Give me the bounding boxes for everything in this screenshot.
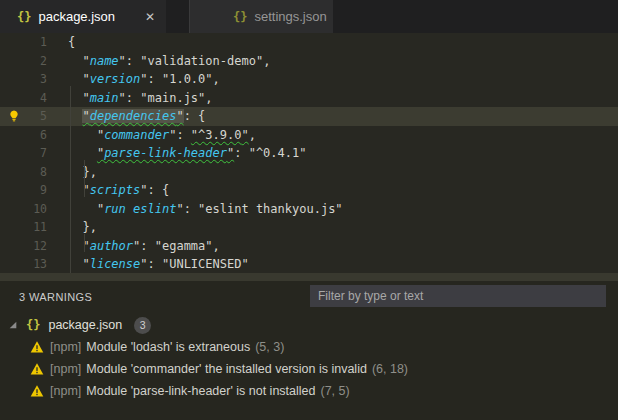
warning-icon xyxy=(30,340,44,354)
problem-row[interactable]: [npm]Module 'commander' the installed ve… xyxy=(0,358,618,380)
code-line-text: "run eslint": "eslint thankyou.js" xyxy=(68,202,343,216)
code-line[interactable]: 7 "parse-link-header": "^0.4.1" xyxy=(0,144,618,163)
warning-icon xyxy=(30,362,44,376)
tab-label: settings.json xyxy=(254,9,326,24)
problem-row[interactable]: [npm]Module 'parse-link-header' is not i… xyxy=(0,380,618,402)
code-line-text: }, xyxy=(68,220,97,234)
code-line[interactable]: 11 }, xyxy=(0,218,618,237)
problem-source: [npm] xyxy=(50,362,81,376)
code-line-text: "commander": "^3.9.0", xyxy=(68,128,256,142)
editor-tab-bar: {} package.json ✕ {} settings.json xyxy=(0,0,618,33)
line-number: 7 xyxy=(40,146,47,160)
code-line-text: }, xyxy=(68,165,97,179)
problem-message: Module 'parse-link-header' is not instal… xyxy=(86,384,315,398)
problems-tree: {} package.json 3 [npm]Module 'lodash' i… xyxy=(0,314,618,402)
expand-twisty-icon[interactable] xyxy=(8,320,18,330)
line-number: 11 xyxy=(33,220,47,234)
problem-location: (7, 5) xyxy=(320,384,349,398)
tab-package-json[interactable]: {} package.json ✕ xyxy=(0,0,166,33)
code-line[interactable]: 1{ xyxy=(0,33,618,52)
code-line-text: "author": "egamma", xyxy=(68,239,220,253)
code-line[interactable]: 2 "name": "validation-demo", xyxy=(0,52,618,71)
line-number: 4 xyxy=(40,91,47,105)
code-line-text: "license": "UNLICENSED" xyxy=(68,257,249,271)
indent-guide xyxy=(84,160,85,197)
code-line[interactable]: 9 "scripts": { xyxy=(0,181,618,200)
problems-panel: 3 WARNINGS {} package.json 3 [npm]Module… xyxy=(0,281,618,420)
line-number: 6 xyxy=(40,128,47,142)
line-number: 9 xyxy=(40,183,47,197)
problems-file-name: package.json xyxy=(48,318,122,332)
problem-message: Module 'lodash' is extraneous xyxy=(86,340,250,354)
warning-icon xyxy=(30,384,44,398)
tab-label: package.json xyxy=(38,9,115,24)
tab-close-icon[interactable]: ✕ xyxy=(143,9,157,25)
problem-location: (5, 3) xyxy=(255,340,284,354)
line-number: 10 xyxy=(33,202,47,216)
problems-file-group-row[interactable]: {} package.json 3 xyxy=(0,314,618,336)
code-line[interactable]: 12 "author": "egamma", xyxy=(0,237,618,256)
json-braces-icon: {} xyxy=(26,318,40,332)
vscode-window: {} package.json ✕ {} settings.json 1{2 "… xyxy=(0,0,618,420)
line-number: 5 xyxy=(40,109,47,123)
problems-filter-input[interactable] xyxy=(310,285,606,307)
code-editor[interactable]: 1{2 "name": "validation-demo",3 "version… xyxy=(0,33,618,273)
problem-message: Module 'commander' the installed version… xyxy=(86,362,367,376)
code-line-text: { xyxy=(68,35,75,49)
code-line[interactable]: 3 "version": "1.0.0", xyxy=(0,70,618,89)
line-number: 8 xyxy=(40,165,47,179)
problem-location: (6, 18) xyxy=(372,362,408,376)
code-line[interactable]: 13 "license": "UNLICENSED" xyxy=(0,255,618,273)
line-number: 13 xyxy=(33,257,47,271)
code-line[interactable]: 4 "main": "main.js", xyxy=(0,89,618,108)
code-line[interactable]: 10 "run eslint": "eslint thankyou.js" xyxy=(0,200,618,219)
problem-source: [npm] xyxy=(50,384,81,398)
problem-source: [npm] xyxy=(50,340,81,354)
code-line-text: "dependencies": { xyxy=(68,109,205,123)
code-line[interactable]: 5 "dependencies": { xyxy=(0,107,618,126)
json-braces-icon: {} xyxy=(233,10,247,24)
code-line[interactable]: 8 }, xyxy=(0,163,618,182)
line-number: 1 xyxy=(40,35,47,49)
indent-guide xyxy=(84,234,85,253)
code-line-text: "name": "validation-demo", xyxy=(68,54,270,68)
line-number: 12 xyxy=(33,239,47,253)
editor-lines: 1{2 "name": "validation-demo",3 "version… xyxy=(0,33,618,273)
code-line-text: "main": "main.js", xyxy=(68,91,213,105)
problem-row[interactable]: [npm]Module 'lodash' is extraneous(5, 3) xyxy=(0,336,618,358)
code-line[interactable]: 6 "commander": "^3.9.0", xyxy=(0,126,618,145)
problems-count-badge: 3 xyxy=(134,317,151,334)
tab-settings-json[interactable]: {} settings.json xyxy=(189,0,333,33)
lightbulb-icon[interactable] xyxy=(7,109,21,123)
json-braces-icon: {} xyxy=(17,10,31,24)
code-line-text: "version": "1.0.0", xyxy=(68,72,220,86)
indent-guide xyxy=(70,86,71,274)
horizontal-scrollbar[interactable] xyxy=(0,273,618,281)
line-number: 2 xyxy=(40,54,47,68)
warnings-count-label: 3 WARNINGS xyxy=(19,291,92,303)
code-line-text: "parse-link-header": "^0.4.1" xyxy=(68,146,306,160)
line-number: 3 xyxy=(40,72,47,86)
problems-panel-header: 3 WARNINGS xyxy=(0,281,618,312)
